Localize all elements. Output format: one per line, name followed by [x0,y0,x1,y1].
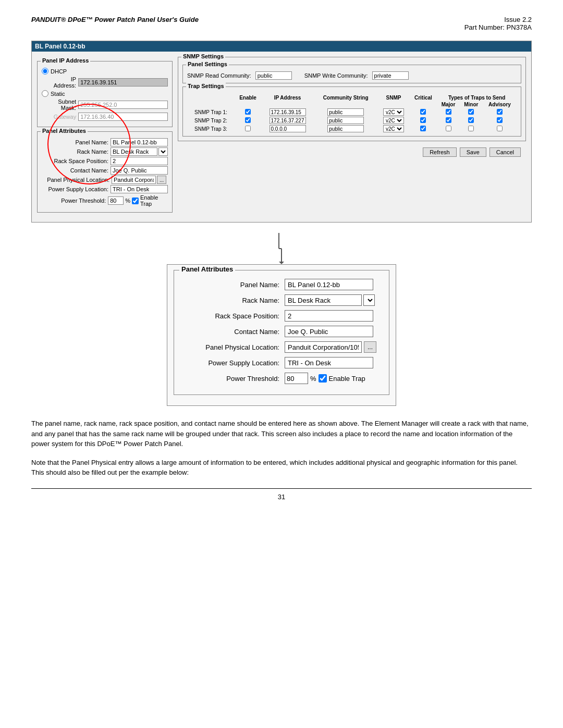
panel-name-input-small[interactable] [111,138,168,146]
zoom-legend-row: Panel Attributes Panel Name: Rack Name: [174,270,389,395]
zoom-physical-location-label: Panel Physical Location: [180,343,279,351]
zoom-rack-name-wrapper [285,294,375,306]
rack-name-select-small[interactable] [158,147,168,156]
enable-trap-label-small: Enable Trap [140,194,168,207]
zoom-rack-name-select[interactable] [363,294,375,306]
gateway-input[interactable] [78,113,168,121]
cancel-button[interactable]: Cancel [489,147,521,157]
trap1-advisory[interactable] [497,109,503,115]
power-supply-input-small[interactable] [111,185,168,193]
panel-attributes-small: Panel Attributes Panel Name: Rack Name: [37,131,173,213]
power-threshold-input-small[interactable] [108,196,124,205]
snmp-legend: SNMP Settings [181,53,225,59]
trap3-minor[interactable] [468,126,474,131]
trap3-community[interactable] [327,125,364,132]
trap1-label: SNMP Trap 1: [187,108,235,116]
dialog-screenshot: BL Panel 0.12-bb Panel IP Address DHCP I… [31,41,532,223]
zoom-contact-name-input[interactable] [285,326,373,337]
page-footer: 31 [31,488,532,501]
subnet-mask-input[interactable] [78,101,168,109]
col-minor: Minor [460,101,483,108]
trap2-advisory[interactable] [497,117,503,123]
panel-settings-legend: Panel Settings [186,61,229,67]
trap-table: Enable IP Address Community String SNMP … [187,94,517,133]
trap3-ip[interactable] [270,125,306,132]
col-major: Major [437,101,459,108]
save-button[interactable]: Save [460,147,486,157]
trap1-version[interactable]: v2C [383,108,404,116]
trap2-ip[interactable] [270,117,306,124]
browse-btn-small[interactable]: ... [157,176,166,184]
trap1-ip[interactable] [270,108,306,116]
zoom-threshold-unit: % [310,375,316,382]
threshold-unit-small: % [125,198,130,204]
trap2-major[interactable] [446,117,451,123]
zoom-legend: Panel Attributes [179,265,235,273]
issue-number: Issue 2.2 [464,16,532,23]
pa-legend: Panel Attributes [41,128,88,134]
zoom-threshold-input[interactable] [285,373,308,384]
zoom-threshold-wrapper: % Enable Trap [285,373,365,384]
zoom-panel-name-input[interactable] [285,279,373,290]
zoom-panel-name-row: Panel Name: [180,279,383,290]
read-community-input[interactable] [255,71,292,80]
trap1-enable[interactable] [245,109,251,115]
trap3-advisory[interactable] [497,126,503,131]
zoom-contact-name-row: Contact Name: [180,326,383,337]
ip-address-input[interactable] [78,78,168,87]
trap1-community[interactable] [327,108,364,116]
rack-name-input-small[interactable] [111,147,157,156]
refresh-button[interactable]: Refresh [423,147,457,157]
dhcp-label: DHCP [51,68,67,75]
trap2-critical[interactable] [420,117,426,123]
enable-trap-checkbox-small[interactable] [132,198,139,204]
trap2-community[interactable] [327,117,364,124]
dialog-buttons: Refresh Save Cancel [178,144,526,160]
trap3-critical[interactable] [420,126,426,131]
types-header: Types of Traps to Send [437,94,517,101]
zoom-physical-location-row: Panel Physical Location: ... [180,341,383,353]
zoom-rack-name-input[interactable] [285,294,362,306]
trap3-major[interactable] [446,126,451,131]
trap1-critical[interactable] [420,109,426,115]
col-community: Community String [314,94,378,101]
trap2-version[interactable]: v2C [383,117,404,124]
zoom-browse-button[interactable]: ... [364,341,376,353]
static-radio[interactable] [42,90,48,97]
ip-address-section: Panel IP Address DHCP IP Address: Static [37,61,173,127]
col-enable: Enable [235,94,261,101]
physical-location-input-small[interactable] [112,176,156,184]
col-critical: Critical [409,94,437,101]
trap-row-1: SNMP Trap 1: v2C [187,108,517,116]
dhcp-radio[interactable] [42,68,48,75]
zoom-rack-name-row: Rack Name: [180,294,383,306]
static-label: Static [51,91,65,97]
zoom-contact-name-label: Contact Name: [180,328,279,336]
zoom-rack-space-label: Rack Space Position: [180,312,279,320]
zoom-physical-location-input[interactable] [285,341,362,353]
arrow-svg [266,233,297,264]
trap3-enable[interactable] [245,126,251,131]
zoom-rack-name-label: Rack Name: [180,297,279,304]
trap3-version[interactable]: v2C [383,125,404,132]
trap2-minor[interactable] [468,117,474,123]
zoom-power-supply-label: Power Supply Location: [180,359,279,367]
dialog-titlebar: BL Panel 0.12-bb [32,41,531,52]
write-community-input[interactable] [372,71,409,80]
trap2-enable[interactable] [245,117,251,123]
trap-row-3: SNMP Trap 3: v2C [187,125,517,133]
ip-legend: Panel IP Address [41,57,90,64]
issue-info: Issue 2.2 Part Number: PN378A [464,16,532,31]
doc-title: PANDUIT® DPoE™ Power Patch Panel User's … [31,16,199,23]
col-ip: IP Address [261,94,314,101]
trap1-major[interactable] [446,109,451,115]
zoom-power-supply-input[interactable] [285,357,373,368]
read-community-label: SNMP Read Community: [187,72,251,79]
zoom-power-supply-row: Power Supply Location: [180,357,383,368]
contact-name-input-small[interactable] [111,166,168,175]
trap1-minor[interactable] [468,109,474,115]
trap2-label: SNMP Trap 2: [187,116,235,125]
rack-space-input-small[interactable] [111,157,168,165]
zoom-enable-trap-checkbox[interactable] [319,374,327,382]
zoom-rack-space-input[interactable] [285,310,373,322]
